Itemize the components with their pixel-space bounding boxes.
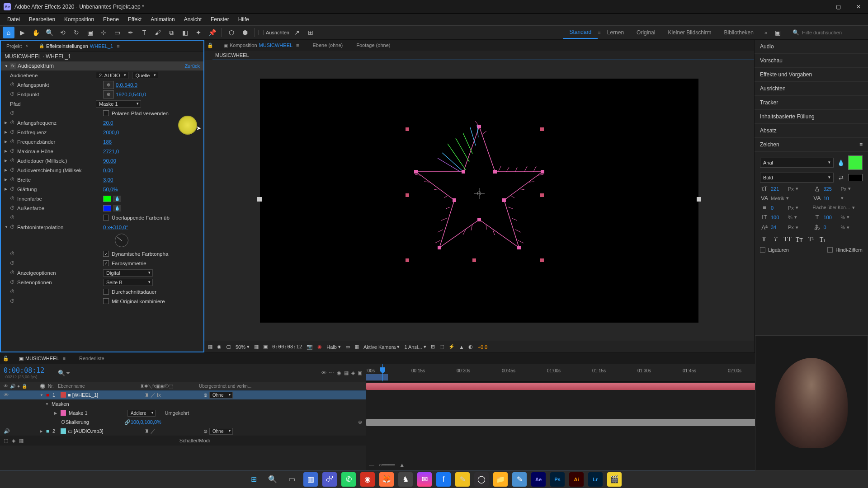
stopwatch-icon[interactable]: ⏱ bbox=[10, 120, 17, 126]
hue-value[interactable]: 0 x+310,0° bbox=[103, 225, 128, 230]
stopwatch-icon[interactable]: ⏱ bbox=[10, 110, 17, 117]
parent-dropdown[interactable]: Ohne bbox=[209, 428, 233, 435]
res-dropdown[interactable]: Halb ▾ bbox=[326, 344, 341, 350]
scale-row[interactable]: ⏱Skalierung🔗100,0,100,0%⊚ bbox=[0, 418, 366, 427]
hindi-checkbox[interactable] bbox=[827, 247, 833, 253]
selection-tool-icon[interactable]: ▶ bbox=[16, 27, 28, 38]
zoom-tool-icon[interactable]: 🔍 bbox=[43, 27, 55, 38]
pen-tool-icon[interactable]: ✒ bbox=[125, 27, 137, 38]
workspace-lernen[interactable]: Lernen bbox=[601, 27, 630, 38]
maxh-value[interactable]: 2721,0 bbox=[103, 149, 119, 154]
photoshop-icon[interactable]: Ps bbox=[550, 472, 565, 487]
eyedropper-icon[interactable]: 💧 bbox=[836, 160, 845, 166]
zoom-out-icon[interactable]: — bbox=[369, 462, 374, 468]
panel-ausrichten[interactable]: Ausrichten bbox=[755, 82, 868, 96]
stroke-color-swatch[interactable] bbox=[848, 174, 863, 181]
tab-komposition[interactable]: ▣ Komposition MUSICWHEEL ≡ bbox=[220, 41, 303, 50]
ligatures-checkbox[interactable] bbox=[760, 247, 765, 253]
app-icon[interactable]: 🎬 bbox=[607, 472, 622, 487]
mask-invert-label[interactable]: Umgekehrt bbox=[165, 410, 189, 416]
audiolayer-dropdown[interactable]: 2. AUDIO bbox=[96, 72, 128, 79]
superscript-button[interactable]: T¹ bbox=[807, 236, 815, 244]
snap2-icon[interactable]: ⬢ bbox=[239, 27, 251, 38]
eraser-tool-icon[interactable]: ◧ bbox=[179, 27, 191, 38]
playhead[interactable] bbox=[382, 364, 383, 381]
menu-ansicht[interactable]: Ansicht bbox=[179, 14, 206, 24]
stopwatch-icon[interactable]: ⏱ bbox=[10, 270, 17, 276]
toggle-icon[interactable]: ▦ bbox=[19, 438, 24, 444]
stopwatch-icon[interactable]: ⏱ bbox=[10, 196, 17, 202]
mask-mode-dropdown[interactable]: Addiere bbox=[127, 410, 156, 417]
stopwatch-icon[interactable]: ⏱ bbox=[10, 91, 17, 98]
clone-tool-icon[interactable]: ⧉ bbox=[165, 27, 177, 38]
panel-absatz[interactable]: Absatz bbox=[755, 124, 868, 138]
selection-handle[interactable] bbox=[472, 258, 476, 262]
obs-icon[interactable]: ◯ bbox=[474, 472, 489, 487]
stopwatch-icon[interactable]: ⏱ bbox=[10, 298, 17, 305]
orbit-tool-icon[interactable]: ⟲ bbox=[57, 27, 69, 38]
search-icon[interactable]: 🔍 bbox=[265, 472, 280, 487]
folder-icon[interactable]: 📁 bbox=[493, 472, 508, 487]
overlap-checkbox[interactable] bbox=[103, 215, 109, 221]
tab-timeline-comp[interactable]: ▣MUSICWHEEL≡ bbox=[15, 354, 69, 363]
selection-handle[interactable] bbox=[406, 258, 409, 262]
text-tool-icon[interactable]: T bbox=[138, 27, 150, 38]
draft-icon[interactable]: ▣ bbox=[358, 370, 362, 376]
help-search[interactable]: 🔍 bbox=[793, 29, 865, 36]
speaker-icon[interactable]: 🔊 bbox=[4, 428, 10, 434]
stopwatch-icon[interactable]: ⏱ bbox=[10, 167, 17, 174]
path-dropdown[interactable]: Maske 1 bbox=[96, 100, 141, 108]
zoom-slider[interactable]: ○━━━━ bbox=[379, 462, 395, 468]
weight-dropdown[interactable]: Bold bbox=[760, 173, 834, 183]
alpha-icon[interactable]: ▦ bbox=[208, 344, 212, 350]
eye-icon[interactable]: 👁 bbox=[4, 392, 9, 398]
parent-dropdown[interactable]: Ohne bbox=[209, 392, 233, 399]
home-icon[interactable]: ⌂ bbox=[3, 27, 14, 38]
baseshift-value[interactable]: 34 bbox=[771, 225, 786, 230]
endfreq-value[interactable]: 2000,0 bbox=[103, 130, 119, 135]
channel-icon[interactable]: ◉ bbox=[217, 344, 222, 350]
menu-fenster[interactable]: Fenster bbox=[206, 14, 234, 24]
layer-switches[interactable]: ♜ ／ fx bbox=[145, 392, 203, 399]
eye-icon[interactable]: 👁 bbox=[4, 384, 8, 389]
composition-viewer[interactable] bbox=[204, 60, 754, 341]
snapshot-icon[interactable]: 📷 bbox=[307, 344, 313, 350]
link-icon[interactable]: 🔗 bbox=[124, 419, 131, 425]
transparency-icon[interactable]: ▦ bbox=[354, 344, 359, 350]
grid-icon[interactable]: ▦ bbox=[254, 344, 259, 350]
eyedropper-icon[interactable]: 💧 bbox=[113, 196, 121, 202]
smooth-value[interactable]: 50,0% bbox=[103, 187, 118, 192]
subscript-button[interactable]: T₁ bbox=[819, 236, 827, 244]
snap-grid-icon[interactable]: ⊞ bbox=[305, 27, 316, 38]
stopwatch-icon[interactable]: ⏱ bbox=[10, 215, 17, 221]
mask-row[interactable]: ▶Maske 1AddiereUmgekehrt bbox=[0, 408, 366, 418]
view-icon[interactable]: ⊞ bbox=[431, 344, 435, 350]
zoom-dropdown[interactable]: 50% ▾ bbox=[236, 344, 250, 350]
firefox-icon[interactable]: 🦊 bbox=[379, 472, 394, 487]
tab-ebene[interactable]: Ebene (ohne) bbox=[309, 41, 347, 50]
snap-icon[interactable]: ⬡ bbox=[226, 27, 237, 38]
menu-ebene[interactable]: Ebene bbox=[99, 14, 123, 24]
scale-value[interactable]: 100,0,100,0% bbox=[131, 419, 161, 425]
roto-tool-icon[interactable]: ✦ bbox=[193, 27, 204, 38]
dur-value[interactable]: 90,00 bbox=[103, 158, 116, 164]
avg-checkbox[interactable] bbox=[103, 289, 109, 295]
selection-handle[interactable] bbox=[540, 193, 544, 197]
panel-tracker[interactable]: Tracker bbox=[755, 96, 868, 110]
menu-effekt[interactable]: Effekt bbox=[123, 14, 146, 24]
hand-tool-icon[interactable]: ✋ bbox=[30, 27, 42, 38]
stopwatch-icon[interactable]: ⏱ bbox=[10, 158, 17, 164]
layer-handle[interactable] bbox=[697, 197, 701, 202]
inner-color-swatch[interactable] bbox=[103, 196, 111, 202]
workspace-standard[interactable]: Standard bbox=[563, 26, 598, 39]
messenger-icon[interactable]: ✉ bbox=[417, 472, 432, 487]
polar-checkbox[interactable] bbox=[103, 110, 109, 116]
effect-header[interactable]: ▼fx Audiospektrum Zurück bbox=[1, 61, 203, 70]
tsume-value[interactable]: 0 bbox=[824, 225, 839, 230]
comp-breadcrumb[interactable]: MUSICWHEEL bbox=[212, 51, 754, 60]
panel-audio[interactable]: Audio bbox=[755, 40, 868, 54]
pickwhip-icon[interactable]: ⊚ bbox=[203, 428, 208, 434]
swap-color-icon[interactable]: ⇄ bbox=[836, 174, 845, 181]
lock-icon[interactable]: 🔒 bbox=[22, 384, 27, 389]
menu-datei[interactable]: Datei bbox=[3, 14, 24, 24]
